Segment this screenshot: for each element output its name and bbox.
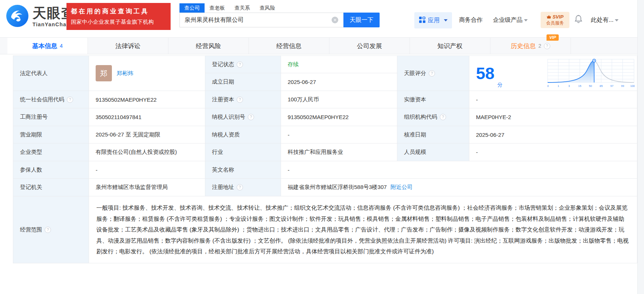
status-badge: 存续 bbox=[288, 61, 299, 68]
svg-text:97: 97 bbox=[610, 84, 613, 88]
field-value-establish-date: 2025-06-27 bbox=[281, 73, 397, 91]
caret-down-icon bbox=[524, 19, 528, 21]
field-label-paid-capital: 实缴资本 bbox=[397, 91, 469, 108]
tab-legal-litigation[interactable]: 法律诉讼 bbox=[88, 38, 168, 54]
help-icon[interactable]: ? bbox=[544, 43, 550, 49]
field-label-approval-date: 核准日期 bbox=[397, 126, 469, 143]
svg-text:1: 1 bbox=[558, 84, 559, 88]
search-button[interactable]: 天眼一下 bbox=[343, 13, 380, 27]
help-icon[interactable]: ? bbox=[237, 184, 243, 190]
svg-text:100: 100 bbox=[630, 84, 635, 88]
company-nav-tabs: 基本信息 4 法律诉讼 经营风险 经营信息 公司发展 知识产权 VIP 历史信息… bbox=[0, 37, 644, 54]
basic-info-table: 法定代表人 郑 郑彬炜 登记状态? 存续 成立日期 2025-06-27 天眼评… bbox=[13, 55, 637, 263]
field-label-legal-rep: 法定代表人 bbox=[13, 56, 89, 91]
svg-text:50: 50 bbox=[589, 84, 592, 88]
svg-text:0: 0 bbox=[547, 84, 549, 88]
help-icon[interactable]: ? bbox=[440, 114, 446, 120]
help-icon[interactable]: ? bbox=[45, 227, 51, 233]
tab-operation-risk[interactable]: 经营风险 bbox=[168, 38, 249, 54]
tab-basic-info[interactable]: 基本信息 4 bbox=[7, 38, 88, 54]
field-value-approval-date: 2025-06-27 bbox=[469, 126, 637, 143]
field-label-reg-address: 注册地址? bbox=[205, 179, 281, 196]
field-value-reg-authority: 泉州市鲤城区市场监督管理局 bbox=[89, 179, 205, 196]
legal-rep-link[interactable]: 郑彬炜 bbox=[117, 70, 133, 77]
field-value-business-scope: 一般项目: 技术服务、技术开发、技术咨询、技术交流、技术转让、技术推广；组织文化… bbox=[89, 196, 637, 263]
help-icon[interactable]: ? bbox=[67, 97, 73, 103]
banner-line2: 国家中小企业发展子基金旗下机构 bbox=[71, 18, 166, 26]
help-icon[interactable]: ? bbox=[237, 61, 243, 68]
tab-count: 4 bbox=[60, 43, 63, 49]
field-label-taxpayer-id: 纳税人识别号? bbox=[205, 108, 281, 126]
field-value-reg-status: 存续 bbox=[281, 56, 397, 73]
field-label-reg-capital: 注册资本? bbox=[205, 91, 281, 108]
field-label-org-code: 组织机构代码? bbox=[397, 108, 469, 126]
field-value-org-code: MAEP0HYE-2 bbox=[469, 108, 637, 126]
svip-sublabel: 会员服务 bbox=[546, 20, 564, 26]
search-tab-company[interactable]: 查公司 bbox=[179, 3, 205, 13]
field-value-legal-rep: 郑 郑彬炜 bbox=[89, 56, 205, 91]
banner-line1: 都在用的商业查询工具 bbox=[71, 7, 166, 16]
field-label-reg-status: 登记状态? bbox=[205, 56, 281, 73]
avatar[interactable]: 郑 bbox=[96, 65, 112, 81]
svg-text:85: 85 bbox=[600, 84, 603, 88]
field-label-credit-code: 统一社会信用代码? bbox=[13, 91, 89, 108]
business-cooperation-link[interactable]: 商务合作 bbox=[459, 16, 483, 24]
field-label-staff-size: 人员规模 bbox=[397, 143, 469, 161]
vip-badge: VIP bbox=[547, 34, 559, 41]
svg-text:15: 15 bbox=[578, 84, 581, 88]
field-label-business-term: 营业期限 bbox=[13, 126, 89, 143]
search-input[interactable] bbox=[179, 13, 343, 27]
search-tab-boss[interactable]: 查老板 bbox=[205, 3, 230, 13]
search-tab-risk[interactable]: 查风险 bbox=[255, 3, 280, 13]
field-label-company-type: 企业类型 bbox=[13, 143, 89, 161]
help-icon[interactable]: ? bbox=[237, 97, 243, 103]
field-label-industry: 行业 bbox=[205, 143, 281, 161]
field-label-reg-number: 工商注册号 bbox=[13, 108, 89, 126]
svip-member-button[interactable]: SVIP 会员服务 bbox=[541, 12, 569, 28]
tab-operation-info[interactable]: 经营信息 bbox=[249, 38, 329, 54]
field-value-business-term: 2025-06-27 至 无固定期限 bbox=[89, 126, 205, 143]
field-label-business-scope: 经营范围? bbox=[13, 196, 89, 263]
field-value-staff-size: - bbox=[469, 143, 637, 161]
business-scope-text: 一般项目: 技术服务、技术开发、技术咨询、技术交流、技术转让、技术推广；组织文化… bbox=[96, 202, 630, 257]
field-value-score: 58 分 bbox=[469, 56, 637, 91]
account-menu[interactable]: 此处有... bbox=[591, 16, 619, 24]
search-tab-relation[interactable]: 查关系 bbox=[230, 3, 255, 13]
field-label-establish-date: 成立日期 bbox=[205, 73, 281, 91]
field-value-credit-code: 91350502MAEP0HYE22 bbox=[89, 91, 205, 108]
svip-label: SVIP bbox=[552, 14, 564, 20]
field-value-insured-count: - bbox=[89, 161, 205, 179]
score-curve-chart: 0 1 3 15 50 85 97 99 100 bbox=[547, 58, 635, 89]
field-label-taxpayer-quality: 纳税人资质 bbox=[205, 126, 281, 143]
apps-label: 应用 bbox=[428, 17, 440, 24]
brand-banner: 都在用的商业查询工具 国家中小企业发展子基金旗下机构 bbox=[66, 3, 171, 30]
help-icon[interactable]: ? bbox=[429, 70, 435, 77]
tab-count: 2 bbox=[538, 43, 541, 49]
page-scroll-gutter[interactable] bbox=[637, 0, 644, 294]
tab-company-development[interactable]: 公司发展 bbox=[329, 38, 410, 54]
tabbar-spacer bbox=[0, 38, 7, 54]
apps-menu-button[interactable]: 应用 bbox=[414, 12, 452, 28]
field-label-reg-authority: 登记机关 bbox=[13, 179, 89, 196]
search-type-tabs: 查公司 查老板 查关系 查风险 bbox=[179, 3, 280, 13]
apps-grid-icon bbox=[419, 17, 425, 24]
nearby-companies-link[interactable]: 附近公司 bbox=[390, 184, 412, 191]
field-label-score: 天眼评分? bbox=[397, 56, 469, 91]
field-value-taxpayer-id: 91350502MAEP0HYE22 bbox=[281, 108, 397, 126]
tabbar-filler bbox=[571, 38, 644, 54]
caret-down-icon bbox=[444, 19, 448, 21]
notification-bell-icon[interactable] bbox=[575, 15, 582, 25]
svg-text:3: 3 bbox=[568, 84, 570, 88]
field-value-reg-capital: 100万人民币 bbox=[281, 91, 397, 108]
clear-search-icon[interactable]: ✕ bbox=[332, 17, 338, 23]
help-icon[interactable]: ? bbox=[248, 114, 254, 120]
enterprise-products-link[interactable]: 企业级产品 bbox=[493, 16, 528, 24]
tab-history-info[interactable]: VIP 历史信息 2 ? bbox=[490, 38, 571, 54]
field-value-english-name: - bbox=[281, 161, 637, 179]
field-value-reg-number: 350502110497841 bbox=[89, 108, 205, 126]
field-value-reg-address: 福建省泉州市鲤城区浮桥街588号3楼307 附近公司 bbox=[281, 179, 637, 196]
field-value-taxpayer-quality: - bbox=[281, 126, 397, 143]
page: 天眼查 TianYanCha.com 都在用的商业查询工具 国家中小企业发展子基… bbox=[0, 0, 644, 294]
field-value-company-type: 有限责任公司(自然人投资或控股) bbox=[89, 143, 205, 161]
tab-intellectual-property[interactable]: 知识产权 bbox=[410, 38, 490, 54]
